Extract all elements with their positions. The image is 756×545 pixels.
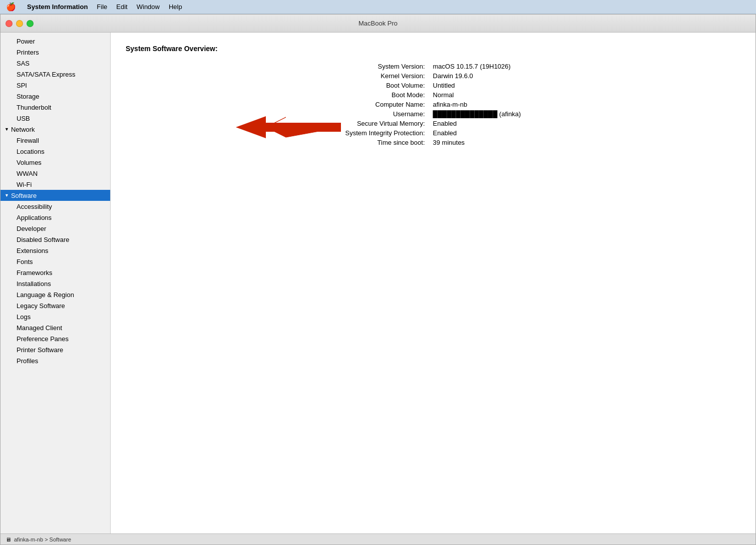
sidebar-item-software[interactable]: ▼ Software xyxy=(1,190,110,201)
sidebar-item-label: Logs xyxy=(17,313,31,321)
sidebar-item-label: Preference Panes xyxy=(17,335,69,343)
sidebar-item-legacy-software[interactable]: Legacy Software xyxy=(1,300,110,311)
sidebar-item-power[interactable]: Power xyxy=(1,36,110,47)
sidebar-item-developer[interactable]: Developer xyxy=(1,223,110,234)
sidebar-item-label: Wi-Fi xyxy=(17,181,32,188)
sidebar[interactable]: PowerPrintersSASSATA/SATA ExpressSPIStor… xyxy=(1,33,111,533)
info-value-8: 39 minutes xyxy=(433,139,740,146)
info-value-7: Enabled xyxy=(433,129,740,137)
menu-help[interactable]: Help xyxy=(169,3,182,11)
sidebar-item-disabled-software[interactable]: Disabled Software xyxy=(1,234,110,245)
titlebar: MacBook Pro xyxy=(1,15,755,33)
sidebar-item-label: Managed Client xyxy=(17,324,62,332)
sidebar-item-label: Applications xyxy=(17,214,52,221)
close-button[interactable] xyxy=(6,20,13,27)
maximize-button[interactable] xyxy=(27,20,34,27)
sidebar-item-label: SPI xyxy=(17,82,27,89)
sidebar-item-label: Legacy Software xyxy=(17,302,65,310)
sidebar-item-usb[interactable]: USB xyxy=(1,113,110,124)
sidebar-item-label: Developer xyxy=(17,225,46,232)
sidebar-item-logs[interactable]: Logs xyxy=(1,311,110,322)
info-label-8: Time since boot: xyxy=(126,139,425,146)
sidebar-item-label: WWAN xyxy=(17,170,38,177)
sidebar-item-label: Printers xyxy=(17,49,39,56)
sidebar-item-label: Language & Region xyxy=(17,291,74,299)
sidebar-item-label: Storage xyxy=(17,93,40,100)
info-value-6: Enabled xyxy=(433,120,740,127)
sidebar-item-label: Firewall xyxy=(17,137,39,144)
info-table: System Version:macOS 10.15.7 (19H1026)Ke… xyxy=(126,63,740,146)
info-value-1: Darwin 19.6.0 xyxy=(433,72,740,80)
menu-window[interactable]: Window xyxy=(137,3,160,11)
sidebar-item-wifi[interactable]: Wi-Fi xyxy=(1,179,110,190)
sidebar-item-wwan[interactable]: WWAN xyxy=(1,168,110,179)
info-value-3: Normal xyxy=(433,91,740,99)
menubar: 🍎 System Information File Edit Window He… xyxy=(0,0,756,14)
info-label-5: Username: xyxy=(126,110,425,118)
app-name: System Information xyxy=(27,3,88,11)
sidebar-item-label: Fonts xyxy=(17,258,33,265)
breadcrumb-text: afinka-m-nb > Software xyxy=(14,536,71,542)
sidebar-item-managed-client[interactable]: Managed Client xyxy=(1,322,110,333)
sidebar-item-volumes[interactable]: Volumes xyxy=(1,157,110,168)
main-layout: PowerPrintersSASSATA/SATA ExpressSPIStor… xyxy=(1,33,755,533)
sidebar-item-label: SAS xyxy=(17,60,30,67)
main-window: MacBook Pro PowerPrintersSASSATA/SATA Ex… xyxy=(0,14,756,545)
sidebar-item-label: Extensions xyxy=(17,247,49,254)
sidebar-item-label: Accessibility xyxy=(17,203,52,210)
sidebar-item-label: Volumes xyxy=(17,159,42,166)
sidebar-item-preference-panes[interactable]: Preference Panes xyxy=(1,333,110,344)
info-label-1: Kernel Version: xyxy=(126,72,425,80)
sidebar-item-label: Installations xyxy=(17,280,51,288)
sidebar-item-installations[interactable]: Installations xyxy=(1,278,110,289)
content-title: System Software Overview: xyxy=(126,45,740,53)
sidebar-item-label: Network xyxy=(11,126,35,133)
info-label-6: Secure Virtual Memory: xyxy=(126,120,425,127)
apple-menu[interactable]: 🍎 xyxy=(6,2,16,12)
sidebar-item-label: Frameworks xyxy=(17,269,53,277)
sidebar-item-label: Locations xyxy=(17,148,45,155)
info-label-7: System Integrity Protection: xyxy=(126,129,425,137)
statusbar: 🖥 afinka-m-nb > Software xyxy=(1,533,755,544)
sidebar-item-firewall[interactable]: Firewall xyxy=(1,135,110,146)
triangle-icon: ▼ xyxy=(5,127,9,132)
sidebar-item-spi[interactable]: SPI xyxy=(1,80,110,91)
info-label-3: Boot Mode: xyxy=(126,91,425,99)
sidebar-item-language-region[interactable]: Language & Region xyxy=(1,289,110,300)
sidebar-item-frameworks[interactable]: Frameworks xyxy=(1,267,110,278)
sidebar-item-label: USB xyxy=(17,115,30,122)
info-label-0: System Version: xyxy=(126,63,425,70)
sidebar-item-locations[interactable]: Locations xyxy=(1,146,110,157)
window-title: MacBook Pro xyxy=(358,20,398,27)
triangle-icon: ▼ xyxy=(5,193,9,198)
sidebar-item-network[interactable]: ▼ Network xyxy=(1,124,110,135)
sidebar-item-label: Printer Software xyxy=(17,346,63,354)
sidebar-item-storage[interactable]: Storage xyxy=(1,91,110,102)
sidebar-item-printers[interactable]: Printers xyxy=(1,47,110,58)
info-label-2: Boot Volume: xyxy=(126,82,425,89)
sidebar-item-printer-software[interactable]: Printer Software xyxy=(1,344,110,355)
info-label-4: Computer Name: xyxy=(126,101,425,108)
info-value-0: macOS 10.15.7 (19H1026) xyxy=(433,63,740,70)
info-value-4: afinka-m-nb xyxy=(433,101,740,108)
sidebar-item-fonts[interactable]: Fonts xyxy=(1,256,110,267)
sidebar-item-label: SATA/SATA Express xyxy=(17,71,76,78)
sidebar-item-label: Disabled Software xyxy=(17,236,70,243)
menu-file[interactable]: File xyxy=(97,3,107,11)
sidebar-item-sas[interactable]: SAS xyxy=(1,58,110,69)
info-value-2: Untitled xyxy=(433,82,740,89)
traffic-lights xyxy=(6,20,34,27)
sidebar-item-extensions[interactable]: Extensions xyxy=(1,245,110,256)
sidebar-item-accessibility[interactable]: Accessibility xyxy=(1,201,110,212)
minimize-button[interactable] xyxy=(16,20,23,27)
sidebar-item-label: Profiles xyxy=(17,357,38,365)
sidebar-item-label: Software xyxy=(11,192,37,199)
info-value-5: ██████████████ (afinka) xyxy=(433,110,740,118)
menu-edit[interactable]: Edit xyxy=(116,3,127,11)
sidebar-item-profiles[interactable]: Profiles xyxy=(1,355,110,366)
sidebar-item-label: Power xyxy=(17,38,35,45)
sidebar-item-sata[interactable]: SATA/SATA Express xyxy=(1,69,110,80)
content-area: System Software Overview: System Version… xyxy=(111,33,755,533)
sidebar-item-thunderbolt[interactable]: Thunderbolt xyxy=(1,102,110,113)
sidebar-item-applications[interactable]: Applications xyxy=(1,212,110,223)
